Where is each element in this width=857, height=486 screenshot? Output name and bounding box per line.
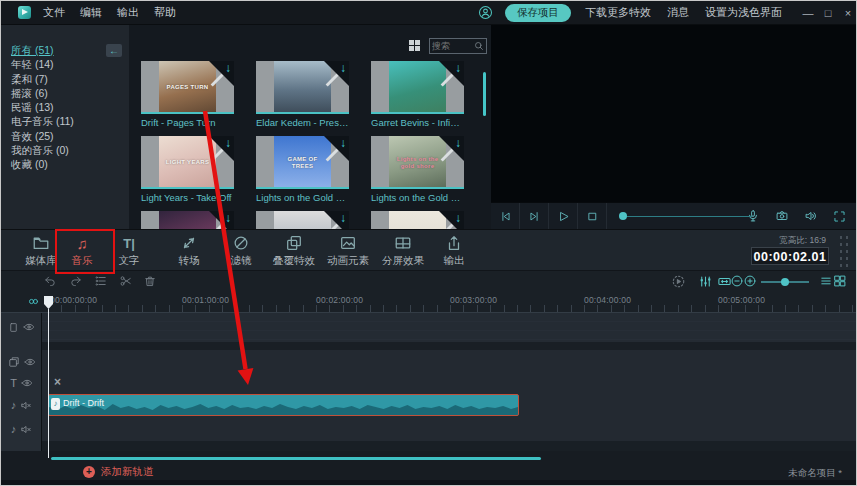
- music-card[interactable]: ↓: [141, 211, 234, 229]
- menu-help[interactable]: 帮助: [154, 5, 176, 20]
- audio-clip[interactable]: ♪ Drift - Drift: [48, 394, 519, 416]
- cut-cursor-icon: ×: [54, 375, 61, 389]
- download-icon[interactable]: ↓: [340, 136, 346, 150]
- maximize-button[interactable]: □: [818, 7, 838, 19]
- grid-layout-icon[interactable]: [833, 274, 847, 288]
- category-rock[interactable]: 摇滚 (6): [11, 86, 129, 100]
- music-card[interactable]: ↓ Eldar Kedem - Present Mo...: [256, 61, 349, 128]
- music-thumbnail[interactable]: Out↓: [371, 211, 464, 229]
- tab-filters[interactable]: 滤镜: [213, 234, 269, 268]
- main-toolbar: 媒体库 ♫ 音乐 T| 文字 转场 滤镜 叠覆特效 动画元素 分屏效果: [1, 229, 857, 271]
- save-project-button[interactable]: 保存项目: [505, 4, 571, 22]
- download-icon[interactable]: ↓: [455, 61, 461, 75]
- zoom-in-icon[interactable]: [743, 274, 757, 288]
- category-soft[interactable]: 柔和 (7): [11, 72, 129, 86]
- zoom-out-icon[interactable]: [730, 274, 744, 288]
- timeline-h-scrollbar[interactable]: [51, 457, 541, 460]
- video-track-lane[interactable]: [42, 313, 857, 342]
- music-card[interactable]: PAGES TURN↓ Drift - Pages Turn: [141, 61, 234, 128]
- download-icon[interactable]: ↓: [340, 61, 346, 75]
- minimize-button[interactable]: —: [798, 7, 818, 19]
- music-track-lane-2[interactable]: [42, 417, 857, 441]
- ruler-label: 00:04:00:00: [584, 295, 631, 305]
- playhead-line[interactable]: [48, 309, 50, 458]
- download-icon[interactable]: ↓: [455, 211, 461, 225]
- fullscreen-icon[interactable]: [833, 210, 846, 223]
- download-icon[interactable]: ↓: [225, 136, 231, 150]
- tab-elements[interactable]: 动画元素: [317, 234, 379, 268]
- download-icon[interactable]: ↓: [225, 211, 231, 225]
- text-track-lane[interactable]: [42, 374, 857, 393]
- volume-icon[interactable]: [804, 209, 818, 223]
- panel-grip-dots[interactable]: [838, 234, 851, 268]
- timeline-ruler[interactable]: 00:00:00:00 00:01:00:00 00:02:00:00 00:0…: [1, 293, 857, 313]
- timeline-zoom-handle[interactable]: [781, 278, 789, 286]
- tab-transitions[interactable]: 转场: [161, 234, 217, 268]
- messages-button[interactable]: 消息: [667, 5, 689, 20]
- music-thumbnail[interactable]: ↓: [141, 211, 234, 229]
- seek-slider[interactable]: [607, 203, 746, 230]
- tab-export[interactable]: 输出: [426, 234, 482, 268]
- split-clip-icon[interactable]: [119, 274, 133, 288]
- stop-button[interactable]: [578, 203, 607, 230]
- search-input[interactable]: [430, 41, 474, 51]
- category-folk[interactable]: 民谣 (13): [11, 100, 129, 114]
- tab-split-screen[interactable]: 分屏效果: [372, 234, 434, 268]
- music-thumbnail[interactable]: ↓: [371, 61, 464, 114]
- track-height-icon[interactable]: [819, 274, 833, 288]
- download-icon[interactable]: ↓: [225, 61, 231, 75]
- seek-handle[interactable]: [619, 212, 627, 220]
- menu-edit[interactable]: 编辑: [80, 5, 102, 20]
- music-card[interactable]: LIGHT YEARS↓ Light Years - Take Off: [141, 136, 234, 203]
- category-sfx[interactable]: 音效 (25): [11, 129, 129, 143]
- add-track-button[interactable]: + 添加新轨道: [83, 465, 154, 479]
- close-button[interactable]: ×: [838, 7, 857, 19]
- light-theme-button[interactable]: 设置为浅色界面: [705, 5, 782, 20]
- music-card[interactable]: ↓ Garret Bevins - Infinite - S...: [371, 61, 464, 128]
- eye-icon[interactable]: [23, 322, 35, 332]
- music-thumbnail[interactable]: PAGES TURN↓: [141, 61, 234, 114]
- undo-icon[interactable]: [43, 274, 57, 288]
- music-thumbnail[interactable]: ↓: [256, 211, 349, 229]
- music-card[interactable]: Lights on the gold shore↓ Lights on the …: [371, 136, 464, 203]
- category-electronic[interactable]: 电子音乐 (11): [11, 114, 129, 128]
- elements-icon: [317, 234, 379, 252]
- play-button[interactable]: [549, 203, 578, 230]
- music-thumbnail[interactable]: LIGHT YEARS↓: [141, 136, 234, 189]
- music-thumbnail[interactable]: GAME OF TREES↓: [256, 136, 349, 189]
- category-young[interactable]: 年轻 (14): [11, 57, 129, 71]
- snapshot-icon[interactable]: [775, 209, 789, 223]
- music-thumbnail[interactable]: ↓: [256, 61, 349, 114]
- menu-export[interactable]: 输出: [117, 5, 139, 20]
- redo-icon[interactable]: [69, 274, 83, 288]
- category-favorites[interactable]: 收藏 (0): [11, 157, 129, 171]
- music-card[interactable]: GAME OF TREES↓ Lights on the Gold Shore …: [256, 136, 349, 203]
- music-card[interactable]: Out↓: [371, 211, 464, 229]
- music-track-icon: ♪: [11, 423, 17, 435]
- collapse-sidebar-button[interactable]: ←: [106, 44, 122, 57]
- eye-icon[interactable]: [21, 378, 33, 388]
- audio-mixer-icon[interactable]: [698, 274, 713, 289]
- download-icon[interactable]: ↓: [340, 211, 346, 225]
- music-card[interactable]: ↓: [256, 211, 349, 229]
- eye-icon[interactable]: [24, 357, 36, 367]
- category-my-music[interactable]: 我的音乐 (0): [11, 143, 129, 157]
- jump-to-start-button[interactable]: [491, 203, 520, 230]
- jump-to-end-button[interactable]: [520, 203, 549, 230]
- track-manager-icon[interactable]: [94, 274, 108, 288]
- tab-overlays[interactable]: 叠覆特效: [263, 234, 325, 268]
- render-preview-icon[interactable]: [671, 274, 686, 289]
- music-thumbnail[interactable]: Lights on the gold shore↓: [371, 136, 464, 189]
- delete-icon[interactable]: [143, 274, 157, 288]
- account-icon[interactable]: [478, 5, 493, 20]
- download-effects-button[interactable]: 下载更多特效: [585, 5, 651, 20]
- menu-file[interactable]: 文件: [43, 5, 65, 20]
- pip-track-lane[interactable]: [42, 350, 857, 374]
- mute-icon[interactable]: [20, 400, 32, 411]
- snap-icon[interactable]: [27, 295, 40, 308]
- download-icon[interactable]: ↓: [455, 136, 461, 150]
- grid-view-icon[interactable]: [409, 40, 420, 51]
- search-box[interactable]: [429, 38, 487, 54]
- mute-icon[interactable]: [20, 424, 32, 435]
- grid-scrollbar[interactable]: [483, 72, 486, 116]
